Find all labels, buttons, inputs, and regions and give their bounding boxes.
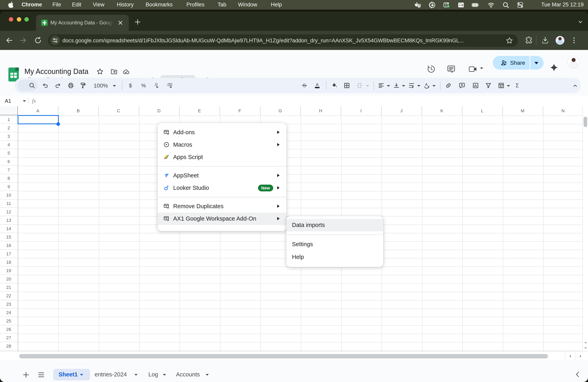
- macmenu-help[interactable]: Help: [271, 0, 282, 10]
- column-header-M[interactable]: M: [503, 106, 543, 115]
- macmenu-history[interactable]: History: [117, 0, 134, 10]
- undo-icon[interactable]: [42, 82, 49, 89]
- text-color-icon[interactable]: A: [314, 82, 321, 89]
- row-header-1[interactable]: 1: [0, 115, 17, 124]
- collapse-toolbar-icon[interactable]: [572, 82, 579, 89]
- column-header-D[interactable]: D: [139, 106, 179, 115]
- fill-handle[interactable]: [56, 122, 60, 126]
- docker-icon[interactable]: !: [414, 1, 421, 8]
- browser-tab[interactable]: My Accounting Data - Google: [36, 15, 129, 31]
- add-sheet-icon[interactable]: [22, 371, 30, 379]
- column-header-H[interactable]: H: [301, 106, 341, 115]
- row-header-5[interactable]: 5: [0, 149, 17, 157]
- share-button[interactable]: Share: [493, 56, 543, 70]
- text-rotation-icon[interactable]: A: [423, 82, 430, 89]
- row-header-27[interactable]: 27: [0, 334, 17, 342]
- forward-button[interactable]: [19, 36, 28, 45]
- macmenu-edit[interactable]: Edit: [72, 0, 81, 10]
- row-header-21[interactable]: 21: [0, 283, 17, 292]
- row-header-26[interactable]: 26: [0, 325, 17, 334]
- menu-item-apps-script[interactable]: Apps Script: [158, 151, 286, 163]
- menu-item-remove-duplicates[interactable]: Remove Duplicates: [158, 200, 286, 212]
- back-button[interactable]: [5, 36, 14, 45]
- sheet-nav-left-icon[interactable]: [574, 370, 582, 378]
- bookmark-star-icon[interactable]: [505, 37, 513, 44]
- horizontal-scrollbar[interactable]: [0, 351, 588, 361]
- macmenu-profiles[interactable]: Profiles: [186, 0, 204, 10]
- cloud-saved-icon[interactable]: [122, 68, 130, 75]
- menu-item-macros[interactable]: Macros: [158, 138, 286, 151]
- insert-chart-icon[interactable]: [472, 82, 479, 89]
- sheet-tab-active[interactable]: Sheet1: [53, 369, 90, 381]
- column-header-J[interactable]: J: [381, 106, 422, 115]
- address-bar[interactable]: docs.google.com/spreadsheets/d/1iFbJXlts…: [48, 34, 518, 47]
- wifi-icon[interactable]: [488, 1, 494, 8]
- text-wrap-icon[interactable]: [408, 82, 415, 89]
- scroll-left-icon[interactable]: [565, 352, 575, 361]
- horizontal-align-icon[interactable]: [378, 82, 385, 89]
- vertical-align-icon[interactable]: [393, 82, 400, 89]
- menu-item-ax1-google-workspace-add-on[interactable]: AX1 Google Workspace Add-On: [158, 212, 286, 225]
- print-icon[interactable]: [67, 82, 74, 89]
- row-header-20[interactable]: 20: [0, 275, 17, 283]
- close-window-button[interactable]: [9, 17, 13, 21]
- browser-menu-dots-icon[interactable]: [570, 36, 578, 45]
- extensions-puzzle-icon[interactable]: [525, 36, 533, 45]
- redo-icon[interactable]: [54, 82, 62, 89]
- zoom-selector[interactable]: 100%: [94, 78, 108, 93]
- toolbar-search-icon[interactable]: [28, 82, 36, 89]
- submenu-item-settings[interactable]: Settings: [286, 238, 383, 251]
- star-document-icon[interactable]: [96, 68, 104, 75]
- scroll-up-icon[interactable]: [584, 341, 587, 344]
- menubar-clock[interactable]: Tue Mar 25 12:19: [541, 0, 584, 10]
- macmenu-app[interactable]: Chrome: [21, 0, 42, 10]
- sheet-tab-entries-2024[interactable]: entries-2024: [95, 367, 127, 382]
- insert-comment-icon[interactable]: [458, 82, 466, 89]
- row-header-11[interactable]: 11: [0, 199, 17, 208]
- row-header-17[interactable]: 17: [0, 250, 17, 258]
- row-header-4[interactable]: 4: [0, 141, 17, 149]
- row-header-13[interactable]: 13: [0, 216, 17, 225]
- reload-button[interactable]: [34, 36, 42, 45]
- insert-link-icon[interactable]: [445, 82, 452, 89]
- column-header-I[interactable]: I: [341, 106, 381, 115]
- zoom-chevron-icon[interactable]: [113, 85, 116, 87]
- row-header-19[interactable]: 19: [0, 267, 17, 275]
- row-header-25[interactable]: 25: [0, 317, 17, 325]
- column-header-G[interactable]: G: [260, 106, 301, 115]
- row-header-10[interactable]: 10: [0, 191, 17, 199]
- move-to-folder-icon[interactable]: [110, 68, 118, 75]
- column-header-N[interactable]: N: [543, 106, 583, 115]
- horizontal-scrollbar-thumb[interactable]: [19, 354, 548, 358]
- functions-icon[interactable]: Σ: [514, 82, 521, 89]
- row-header-28[interactable]: 28: [0, 342, 17, 350]
- name-box[interactable]: A1: [5, 96, 21, 106]
- user-avatar[interactable]: [567, 56, 579, 68]
- battery-icon[interactable]: [472, 1, 480, 8]
- menu-item-appsheet[interactable]: AppSheet: [158, 169, 286, 182]
- site-info-icon[interactable]: [50, 36, 60, 45]
- teams-icon[interactable]: T: [443, 1, 450, 8]
- spotlight-icon[interactable]: [503, 1, 509, 8]
- scroll-down-icon[interactable]: [584, 346, 587, 350]
- row-header-7[interactable]: 7: [0, 166, 17, 174]
- row-headers[interactable]: 1234567891011121314151617181920212223242…: [0, 115, 18, 361]
- increase-decimal-icon[interactable]: .00: [166, 82, 173, 89]
- name-box-chevron-icon[interactable]: [23, 100, 26, 102]
- sheet-tab-entries-2024-chevron-icon[interactable]: [134, 374, 138, 375]
- document-title[interactable]: My Accounting Data: [24, 68, 88, 76]
- fill-color-icon[interactable]: [330, 82, 337, 89]
- row-header-12[interactable]: 12: [0, 208, 17, 216]
- macmenu-tab[interactable]: Tab: [218, 0, 226, 10]
- column-header-A[interactable]: A: [18, 106, 58, 115]
- input-source-icon[interactable]: ⌘: [458, 1, 464, 8]
- submenu-item-data-imports[interactable]: Data imports: [286, 219, 383, 231]
- row-header-23[interactable]: 23: [0, 300, 17, 308]
- select-all-corner[interactable]: [0, 106, 18, 115]
- column-header-E[interactable]: E: [179, 106, 220, 115]
- row-header-14[interactable]: 14: [0, 225, 17, 233]
- zoom-window-button[interactable]: [24, 17, 29, 21]
- row-header-8[interactable]: 8: [0, 174, 17, 183]
- column-headers[interactable]: ABCDEFGHIJKLMN: [18, 106, 583, 115]
- vertical-scrollbar-thumb[interactable]: [584, 117, 587, 127]
